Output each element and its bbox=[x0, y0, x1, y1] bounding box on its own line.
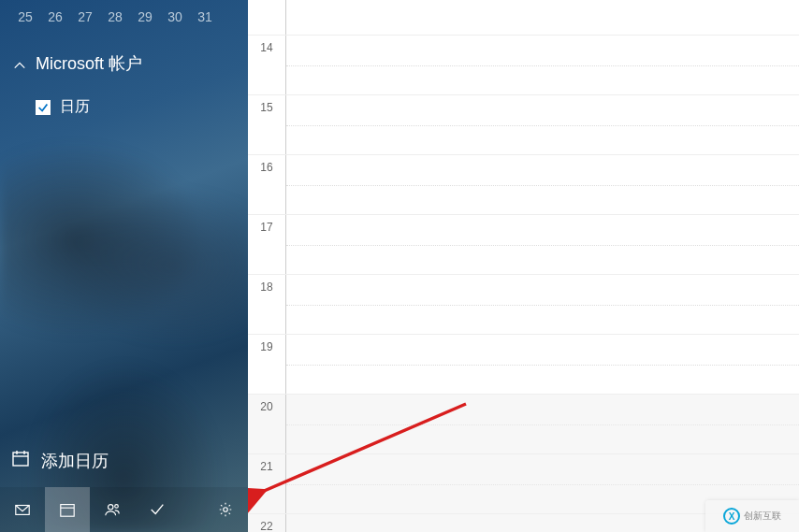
time-slot[interactable] bbox=[286, 36, 799, 94]
time-slot[interactable] bbox=[286, 155, 799, 214]
watermark: X 创新互联 bbox=[705, 500, 799, 532]
calendar-list-item[interactable]: 日历 bbox=[0, 84, 248, 130]
time-label: 22 bbox=[248, 514, 286, 532]
time-label: 20 bbox=[248, 395, 286, 453]
time-slot[interactable] bbox=[286, 0, 799, 35]
mini-cal-day[interactable]: 31 bbox=[196, 9, 213, 24]
time-slot[interactable] bbox=[286, 395, 799, 453]
account-label: Microsoft 帐户 bbox=[36, 52, 142, 75]
svg-rect-0 bbox=[13, 453, 28, 466]
mini-cal-day[interactable]: 30 bbox=[167, 9, 183, 24]
time-label: 17 bbox=[248, 215, 286, 274]
calendar-item-label: 日历 bbox=[60, 97, 90, 117]
settings-button[interactable] bbox=[203, 487, 248, 532]
svg-point-13 bbox=[109, 505, 113, 510]
calendar-checkbox[interactable] bbox=[36, 100, 51, 115]
calendar-add-icon bbox=[11, 449, 30, 472]
day-view[interactable]: 141516171819202122 bbox=[248, 0, 799, 532]
people-button[interactable] bbox=[90, 487, 135, 532]
time-row[interactable]: 17 bbox=[248, 215, 799, 275]
mini-cal-day[interactable]: 27 bbox=[77, 9, 94, 24]
time-slot[interactable] bbox=[286, 275, 799, 334]
time-slot[interactable] bbox=[286, 215, 799, 274]
watermark-logo-icon: X bbox=[723, 508, 740, 525]
todo-button[interactable] bbox=[135, 487, 180, 532]
calendar-button[interactable] bbox=[45, 487, 90, 532]
account-toggle[interactable]: Microsoft 帐户 bbox=[0, 34, 248, 84]
bottom-nav-bar bbox=[0, 487, 248, 532]
time-label: 21 bbox=[248, 454, 286, 513]
svg-rect-5 bbox=[61, 505, 74, 517]
sidebar: 25262728293031 Microsoft 帐户 日历 添加日历 bbox=[0, 0, 248, 532]
time-row[interactable]: 16 bbox=[248, 155, 799, 215]
time-slot[interactable] bbox=[286, 95, 799, 154]
svg-point-14 bbox=[115, 505, 119, 509]
watermark-text: 创新互联 bbox=[744, 510, 781, 523]
time-label: 19 bbox=[248, 335, 286, 394]
mail-button[interactable] bbox=[0, 487, 45, 532]
time-slot[interactable] bbox=[286, 335, 799, 394]
time-label: 14 bbox=[248, 36, 286, 94]
add-calendar-label: 添加日历 bbox=[41, 450, 109, 472]
time-label bbox=[248, 0, 286, 35]
time-row[interactable]: 20 bbox=[248, 395, 799, 454]
add-calendar-button[interactable]: 添加日历 bbox=[0, 434, 248, 487]
time-row[interactable]: 15 bbox=[248, 95, 799, 155]
chevron-up-icon bbox=[13, 57, 26, 70]
mini-cal-day[interactable]: 29 bbox=[137, 9, 153, 24]
svg-point-15 bbox=[224, 508, 228, 512]
time-row[interactable]: 19 bbox=[248, 335, 799, 395]
time-row[interactable]: 14 bbox=[248, 36, 799, 95]
time-row[interactable]: 18 bbox=[248, 275, 799, 335]
mini-cal-day[interactable]: 26 bbox=[47, 9, 64, 24]
time-row[interactable] bbox=[248, 0, 799, 36]
time-label: 16 bbox=[248, 155, 286, 214]
time-label: 15 bbox=[248, 95, 286, 154]
mini-cal-day[interactable]: 25 bbox=[17, 9, 34, 24]
mini-calendar-row: 25262728293031 bbox=[0, 0, 248, 34]
time-label: 18 bbox=[248, 275, 286, 334]
mini-cal-day[interactable]: 28 bbox=[107, 9, 123, 24]
